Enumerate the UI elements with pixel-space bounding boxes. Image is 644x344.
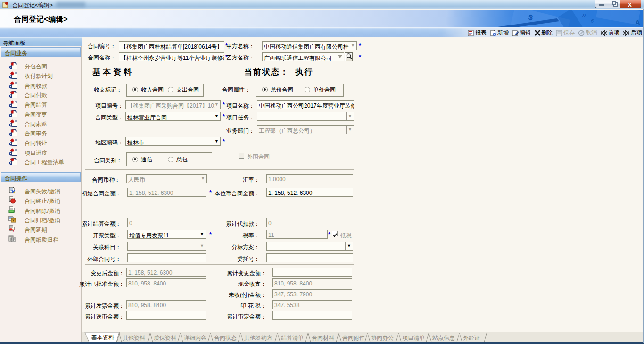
svg-text:9: 9	[581, 12, 587, 18]
svg-text:6: 6	[590, 17, 595, 24]
svg-text:7: 7	[12, 228, 15, 233]
svg-text:A: A	[635, 18, 640, 26]
